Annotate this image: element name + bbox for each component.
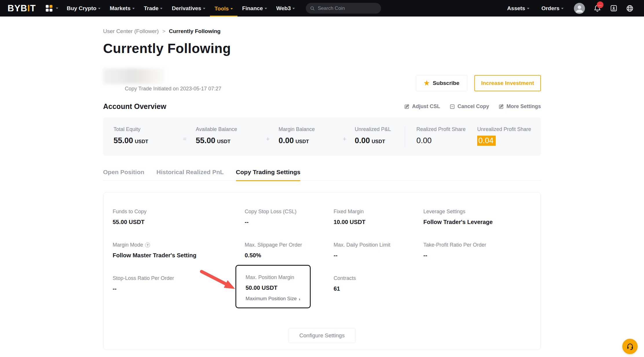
search-input[interactable] [318, 6, 370, 11]
adjust-csl-link[interactable]: Adjust CSL [404, 103, 440, 110]
nav-right-cluster: Assets Orders ... [502, 0, 636, 17]
tab-historical-realized-pnl[interactable]: Historical Realized PnL [156, 169, 224, 181]
chevron-down-icon [203, 8, 205, 9]
overview-action-links: Adjust CSL Cancel Copy More Settings [404, 103, 541, 110]
breadcrumb-user-center[interactable]: User Center (Follower) [103, 28, 159, 34]
download-app-button[interactable] [609, 4, 618, 13]
nav-finance[interactable]: Finance [237, 0, 272, 17]
increase-investment-button[interactable]: Increase Investment [474, 75, 541, 91]
apps-grid-icon[interactable] [46, 5, 58, 12]
chevron-down-icon [160, 8, 162, 9]
nav-orders[interactable]: Orders [537, 0, 568, 17]
cancel-copy-link[interactable]: Cancel Copy [449, 103, 489, 110]
chevron-down-icon [265, 8, 267, 9]
top-navbar: BYBIT Buy Crypto Markets Trade Derivativ… [0, 0, 644, 17]
stat-unrealized-pnl: Unrealized P&L 0.00USDT [355, 117, 405, 145]
cell-max-slippage: Max. Slippage Per Order 0.50% [245, 242, 334, 259]
breadcrumb: User Center (Follower) > Currently Follo… [103, 17, 541, 34]
chevron-down-icon [561, 8, 564, 9]
breadcrumb-separator: > [162, 28, 165, 34]
tab-copy-trading-settings[interactable]: Copy Trading Settings [236, 169, 301, 181]
chevron-down-icon [230, 8, 233, 10]
nav-tools[interactable]: Tools [210, 0, 237, 17]
plus-operator: + [257, 117, 279, 143]
highlighted-value: 0.04 [477, 136, 496, 146]
breadcrumb-current: Currently Following [169, 28, 220, 34]
copy-trading-settings-card: Funds to Copy 55.00 USDT Copy Stop Loss … [103, 192, 541, 350]
notification-badge: ... [597, 1, 603, 8]
cell-stop-loss-ratio: Stop-Loss Ratio Per Order -- [113, 275, 245, 308]
stat-total-equity: Total Equity 55.00USDT [114, 117, 174, 145]
download-icon [610, 4, 618, 12]
nav-trade[interactable]: Trade [139, 0, 167, 17]
chevron-down-icon [98, 8, 100, 9]
cell-max-position-margin: Max. Position Margin 50.00 USDT Maximum … [245, 275, 334, 308]
main-content: User Center (Follower) > Currently Follo… [103, 17, 541, 350]
search-icon [310, 6, 315, 11]
maximum-position-size-link[interactable]: Maximum Position Size › [246, 296, 305, 302]
cell-leverage-settings: Leverage Settings Follow Trader's Levera… [423, 209, 541, 225]
headset-icon [626, 343, 634, 351]
equals-operator: = [174, 117, 196, 143]
chevron-down-icon [132, 8, 135, 9]
tabs-bar: Open Position Historical Realized PnL Co… [103, 169, 541, 181]
cell-take-profit-ratio: Take-Profit Ratio Per Order -- [423, 242, 541, 259]
copy-trade-initiated-text: Copy Trade Initiated on 2023-05-17 07:27 [103, 86, 221, 92]
cell-fixed-margin: Fixed Margin 10.00 USDT [334, 209, 423, 225]
account-overview-header: Account Overview Adjust CSL Cancel Copy [103, 102, 541, 111]
language-button[interactable] [625, 4, 634, 13]
more-settings-link[interactable]: More Settings [498, 103, 541, 110]
stat-margin-balance: Margin Balance 0.00USDT [279, 117, 334, 145]
edit-icon [498, 104, 504, 110]
trader-profile-row: Copy Trade Initiated on 2023-05-17 07:27… [103, 68, 541, 92]
chevron-down-icon [292, 8, 295, 9]
user-avatar[interactable] [574, 3, 585, 14]
nav-assets[interactable]: Assets [502, 0, 534, 17]
cell-daily-position-limit: Max. Daily Position Limit -- [334, 242, 423, 259]
cell-empty [423, 275, 541, 308]
cell-funds-to-copy: Funds to Copy 55.00 USDT [113, 209, 245, 225]
search-box[interactable] [306, 3, 381, 14]
help-icon[interactable]: ? [145, 243, 150, 247]
nav-web3[interactable]: Web3 [272, 0, 299, 17]
nav-markets[interactable]: Markets [105, 0, 139, 17]
chevron-right-icon: › [299, 296, 300, 301]
trader-name-blurred [103, 68, 165, 84]
tab-open-position[interactable]: Open Position [103, 169, 144, 181]
stat-realized-profit-share: Realized Profit Share 0.00 [416, 117, 477, 145]
stat-available-balance: Available Balance 55.00USDT [196, 117, 257, 145]
plus-operator: + [334, 117, 355, 143]
account-overview-title: Account Overview [103, 102, 166, 111]
notifications-button[interactable]: ... [593, 4, 602, 13]
trader-info: Copy Trade Initiated on 2023-05-17 07:27 [103, 68, 221, 92]
globe-icon [626, 4, 634, 12]
configure-settings-button[interactable]: Configure Settings [288, 328, 356, 343]
bybit-logo[interactable]: BYBIT [8, 3, 36, 14]
cell-contracts: Contracts 61 [334, 275, 423, 308]
chevron-down-icon [56, 8, 58, 9]
cell-copy-stop-loss: Copy Stop Loss (CSL) -- [245, 209, 334, 225]
stat-unrealized-profit-share: Unrealized Profit Share 0.04 [477, 117, 531, 145]
page-title: Currently Following [103, 41, 541, 56]
person-icon [574, 3, 585, 14]
profile-action-buttons: ★ Subscribe Increase Investment [416, 75, 541, 91]
account-stats-card: Total Equity 55.00USDT = Available Balan… [103, 117, 541, 156]
chevron-down-icon [527, 8, 529, 9]
grid-icon [46, 5, 52, 12]
cell-margin-mode: Margin Mode? Follow Master Trader's Sett… [113, 242, 245, 259]
vertical-divider [405, 126, 405, 148]
star-icon: ★ [424, 80, 430, 86]
nav-derivatives[interactable]: Derivatives [167, 0, 210, 17]
nav-buy-crypto[interactable]: Buy Crypto [62, 0, 105, 17]
settings-grid: Funds to Copy 55.00 USDT Copy Stop Loss … [103, 192, 541, 308]
minus-square-icon [449, 104, 455, 110]
support-chat-button[interactable] [622, 339, 638, 354]
edit-icon [404, 104, 410, 110]
annotation-highlight-box: Max. Position Margin 50.00 USDT Maximum … [235, 265, 311, 308]
subscribe-button[interactable]: ★ Subscribe [416, 75, 467, 91]
